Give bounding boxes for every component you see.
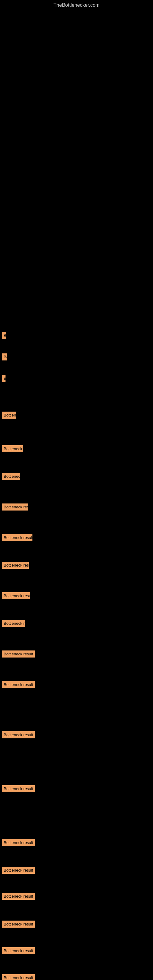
bottleneck-badge: Bottleneck result (2, 947, 35, 954)
bottleneck-badge: Bottleneck result (2, 867, 35, 874)
bottleneck-badge: Bottleneck result (2, 412, 16, 418)
content-area: Bottleneck result Bottleneck result Bott… (0, 10, 153, 980)
list-item: Bottleneck result (1, 620, 25, 629)
bottleneck-badge: Bottleneck result (2, 534, 32, 541)
list-item: Bottleneck result (1, 592, 30, 602)
list-item: Bottleneck result (1, 353, 7, 363)
bottleneck-badge: Bottleneck result (2, 681, 35, 688)
list-item: Bottleneck result (1, 867, 41, 876)
bottleneck-badge: Bottleneck result (2, 562, 29, 569)
bottleneck-badge: Bottleneck result (2, 620, 25, 627)
list-item: Bottleneck result (1, 974, 42, 980)
bottleneck-badge: Bottleneck result (2, 651, 35, 657)
bottleneck-badge: Bottleneck result (2, 839, 35, 846)
list-item: Bottleneck result (1, 731, 40, 741)
bottleneck-badge: Bottleneck result (2, 473, 20, 480)
list-item: Bottleneck result (1, 947, 42, 957)
bottleneck-badge: Bottleneck result (2, 731, 35, 738)
list-item: Bottleneck result (1, 893, 41, 902)
list-item: Bottleneck result (1, 534, 32, 544)
bottleneck-badge: Bottleneck result (2, 893, 35, 900)
list-item: Bottleneck result (1, 412, 16, 421)
list-item: Bottleneck result (1, 503, 28, 513)
list-item: Bottleneck result (1, 651, 35, 660)
list-item: Bottleneck result (1, 839, 40, 849)
bottleneck-badge: Bottleneck result (2, 332, 6, 339)
bottleneck-badge: Bottleneck result (2, 445, 22, 452)
bottleneck-badge: Bottleneck result (2, 785, 35, 792)
list-item: Bottleneck result (1, 785, 40, 795)
bottleneck-badge: Bottleneck result (2, 974, 35, 980)
bottleneck-badge: Bottleneck result (2, 921, 35, 928)
site-title: TheBottlenecker.com (0, 0, 153, 10)
list-item: Bottleneck result (1, 445, 22, 455)
bottleneck-badge: Bottleneck result (2, 592, 30, 599)
list-item: Bottleneck result (1, 332, 6, 342)
list-item: Bottleneck result (1, 473, 20, 482)
bottleneck-badge: Bottleneck result (2, 503, 28, 511)
list-item: Bottleneck result (1, 562, 29, 571)
list-item: Bottleneck result (1, 375, 5, 384)
bottleneck-badge: Bottleneck result (2, 375, 5, 382)
list-item: Bottleneck result (1, 681, 37, 690)
bottleneck-badge: Bottleneck result (2, 353, 7, 360)
list-item: Bottleneck result (1, 921, 42, 930)
